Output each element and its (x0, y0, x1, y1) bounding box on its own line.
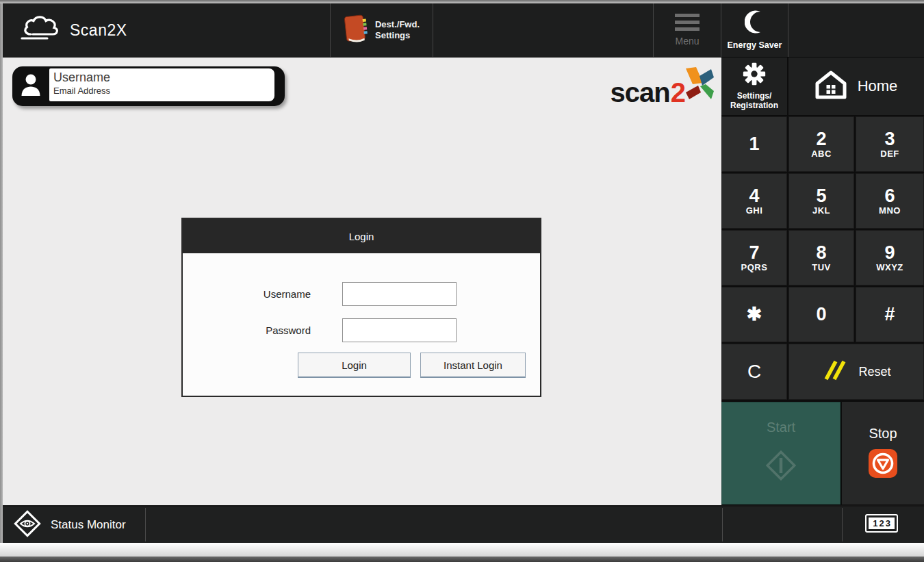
home-icon (815, 71, 847, 102)
mfp-touchscreen: Scan2X Dest./Fwd. Settings Menu (0, 0, 924, 562)
keypad-key-star[interactable]: ✱ (721, 287, 787, 342)
top-bar: Scan2X Dest./Fwd. Settings Menu (3, 3, 924, 58)
reset-slashes-icon (821, 359, 847, 385)
user-badge-email: Email Address (53, 86, 274, 97)
gear-icon (743, 62, 766, 88)
topbar-empty-segment (788, 3, 924, 57)
app-title: Scan2X (70, 21, 127, 40)
scan2x-logo-word: scan (611, 79, 670, 105)
counter-check-icon[interactable]: 123 (865, 514, 898, 533)
bezel-bottom-dark (0, 557, 924, 562)
user-badge-text: Username Email Address (49, 68, 274, 101)
keypad-key-hash[interactable]: # (856, 287, 924, 342)
bottom-bar: Status Monitor 123 (3, 507, 924, 543)
scan2x-logo-x-icon (683, 67, 715, 103)
bottom-bar-divider (145, 508, 146, 541)
clear-key[interactable]: C (721, 344, 787, 400)
cloud-icon (19, 14, 60, 46)
keypad-key-9[interactable]: 9 WXYZ (856, 230, 924, 285)
keypad-key-7[interactable]: 7 PQRS (721, 230, 787, 285)
start-key-disabled[interactable]: Start (721, 402, 840, 504)
keypad-key-8[interactable]: 8 TUV (788, 230, 854, 285)
menu-icon (675, 14, 700, 31)
login-dialog: Login Username Password Login Instant Lo… (181, 218, 541, 397)
status-monitor-eye-icon (12, 509, 42, 541)
keypad-key-6[interactable]: 6 MNO (856, 173, 924, 229)
username-label: Username (183, 282, 311, 306)
keypad-key-2[interactable]: 2 ABC (788, 116, 854, 172)
login-button[interactable]: Login (298, 353, 411, 378)
menu-button-disabled[interactable]: Menu (653, 3, 721, 57)
keypad-key-1[interactable]: 1 (721, 116, 787, 172)
user-badge[interactable]: Username Email Address (12, 66, 285, 106)
status-monitor-button[interactable]: Status Monitor (3, 507, 145, 543)
keypad-key-5[interactable]: 5 JKL (788, 173, 854, 229)
energy-saver-label: Energy Saver (728, 40, 782, 50)
login-dialog-body: Username Password Login Instant Login (183, 253, 540, 396)
app-brand: Scan2X (3, 3, 330, 57)
password-label: Password (183, 318, 311, 342)
password-field[interactable] (342, 318, 457, 342)
user-icon (12, 73, 49, 97)
login-dialog-title: Login (183, 219, 540, 253)
username-field[interactable] (342, 282, 457, 306)
bottom-bar-divider (842, 508, 843, 541)
reset-key[interactable]: Reset (788, 344, 924, 400)
home-label: Home (858, 77, 898, 95)
bezel-bottom-light (0, 543, 924, 557)
moon-icon (745, 10, 765, 36)
dest-fwd-settings-button[interactable]: Dest./Fwd. Settings (330, 3, 433, 57)
scan2x-logo: scan 2 (611, 67, 715, 105)
settings-registration-button[interactable]: Settings/ Registration (721, 58, 787, 115)
menu-label: Menu (675, 36, 699, 47)
bottom-bar-divider (722, 508, 723, 541)
counter-check-label: 123 (869, 518, 895, 529)
keypad-key-0[interactable]: 0 (788, 287, 854, 342)
address-book-icon (344, 14, 368, 47)
stop-icon (868, 448, 898, 481)
keypad-key-4[interactable]: 4 GHI (721, 173, 787, 229)
status-monitor-label: Status Monitor (51, 518, 126, 532)
main-content: Username Email Address scan 2 Login User… (3, 58, 721, 505)
keypad-key-3[interactable]: 3 DEF (856, 116, 924, 172)
energy-saver-button[interactable]: Energy Saver (721, 3, 788, 57)
start-diamond-icon (762, 446, 800, 487)
settings-registration-label: Settings/ Registration (730, 91, 778, 111)
home-button[interactable]: Home (788, 58, 924, 115)
user-badge-username: Username (53, 71, 274, 86)
dest-fwd-settings-label: Dest./Fwd. Settings (375, 19, 420, 42)
hard-key-panel: Settings/ Registration Home 1 2 (721, 58, 924, 505)
stop-key[interactable]: Stop (842, 402, 924, 504)
instant-login-button[interactable]: Instant Login (420, 353, 526, 378)
topbar-spacer (433, 3, 653, 57)
